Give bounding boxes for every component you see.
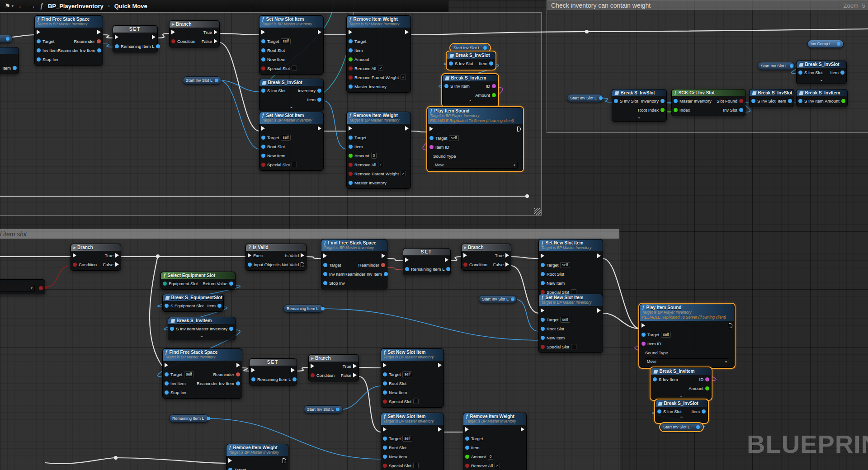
pin-item[interactable]: Item [778,99,792,103]
pin-item[interactable]: Item [830,70,844,75]
pin-checkbox[interactable] [571,344,576,349]
pin-target[interactable]: Targetself [383,371,412,377]
pin-reaminder[interactable]: Reaminder [74,39,101,44]
pin-exec[interactable] [383,427,388,432]
pin-slot-found[interactable]: Slot Found [717,99,743,103]
pin-inv-slot[interactable]: Inv Slot [723,108,743,113]
pin-stop-inv[interactable]: Stop Inv [323,281,345,286]
pin-condition[interactable]: Condition [73,262,97,267]
pin-exec[interactable] [405,258,410,262]
node-play-item-sound[interactable]: ƒPlay Item SoundTarget is BP Player Inve… [427,107,523,171]
pin-false[interactable]: False [202,39,217,44]
data-pin-icon[interactable] [321,307,325,310]
pin-value-field[interactable]: self [402,436,412,442]
node-find-free-stack-space[interactable]: ƒFind Free Stack SpaceTarget is BP Maste… [162,348,242,399]
pin-value-field[interactable]: self [661,332,670,338]
pin-exec[interactable] [403,126,409,131]
pin-false[interactable]: False [341,373,357,378]
node-set-new-slot-item[interactable]: ƒSet New Slot ItemTarget is BP Master In… [381,413,444,470]
pin-inv-item[interactable]: Inv Item [165,381,186,386]
pin-exec[interactable] [323,254,329,258]
pin-checkbox[interactable]: ✓ [495,463,500,468]
reroute-node[interactable] [585,30,589,33]
node-break-s-invitem[interactable]: ▦Break S_InvItemS Inv ItemMaster Invento… [168,317,236,340]
pin-sound-type[interactable]: Sound Type [429,154,456,159]
pin-exec[interactable] [383,363,388,367]
pin-target[interactable]: Target [228,467,246,470]
pin-stop-inv[interactable]: Stop Inv [37,57,58,62]
pin-inventory[interactable]: Inventory [298,88,321,93]
pin-exec[interactable] [463,253,469,258]
node-break-s-invslot[interactable]: ▦Break S_InvSlotS Inv SlotItem [749,89,794,107]
pin-exec[interactable] [541,308,546,313]
pin-special-slot[interactable]: Special Slot [383,399,419,404]
pin-value-field[interactable]: 0 [488,454,494,460]
pin-target[interactable]: Targetself [165,371,194,377]
pin-checkbox[interactable]: ✓ [378,162,383,167]
node-break-s-invslot[interactable]: ▦Break S_InvSlotS Inv SlotInventoryRoot … [612,89,667,122]
pin-true[interactable]: True [105,253,119,258]
pin-obj[interactable] [154,44,160,48]
pin-true[interactable]: True [495,253,509,258]
pin-master-inventory[interactable]: Master Inventory [349,84,387,89]
var-pill-start-inv-slot-l[interactable]: Start Inv Slot L [567,94,603,102]
data-pin-icon[interactable] [599,96,603,100]
node-set-new-slot-item[interactable]: ƒSet New Slot ItemTarget is BP Master In… [538,294,603,353]
node-branch[interactable]: ▸BranchTrueConditionFalse [461,244,511,271]
pin-reaminder[interactable]: Reaminder [359,263,385,268]
pin-exec[interactable]: Exec [248,253,263,258]
pin-checkbox[interactable]: ✓ [378,66,383,71]
pin-obj[interactable] [291,377,297,381]
pin-execd[interactable] [281,458,286,463]
pin-s-inv-slot[interactable]: S Inv Slot [657,409,682,414]
pin-s-equipment-slot[interactable]: S Equipment Slot [165,303,203,308]
pin-remove-parent-weight[interactable]: Remove Parent Weight✓ [349,171,406,176]
pin-item[interactable]: Item [3,66,17,70]
pin-item[interactable]: Item [307,97,321,102]
pin-item[interactable]: Item [479,61,493,66]
pin-remove-all[interactable]: Remove All✓ [349,162,383,167]
pin-exec[interactable] [349,30,354,34]
var-pill-start-inv-slot-l[interactable]: Start Inv Slot L [304,405,343,414]
back-button[interactable]: ← [18,3,24,9]
pin-target[interactable]: Target [37,39,54,44]
data-pin-icon[interactable] [511,297,514,301]
bookmark-icon[interactable]: ⚑ [5,3,10,9]
pin-false[interactable]: False [103,262,119,267]
var-pill-start-inv-slot-l[interactable]: Start Inv Slot L [183,76,222,85]
pin-index[interactable]: Index [674,108,690,113]
pin-item[interactable]: Item [692,409,706,414]
pin-input-object[interactable]: Input Object [248,262,277,267]
pin-sound-type[interactable]: Sound Type [642,350,668,355]
pin-exec[interactable] [115,35,120,39]
dropdown[interactable]: ▾ [0,285,35,291]
pin-reaminder-inv-item[interactable]: Reaminder Inv Item [197,381,240,386]
node-set-new-slot-item[interactable]: ƒSet New Slot ItemTarget is BP Master In… [259,15,324,75]
pin-checkbox[interactable] [413,399,419,404]
pin-remaining-item-l[interactable]: Remaining Item L [405,267,444,272]
pin-exec[interactable] [541,254,546,258]
pin-execd[interactable] [727,323,732,328]
pin-exec[interactable] [95,30,101,34]
forward-button[interactable]: → [29,3,35,9]
pin-master-inventory[interactable]: Master Inventory [195,326,233,331]
pin-exec[interactable] [642,323,647,328]
pin-exec[interactable] [316,30,321,34]
pin-item-id[interactable]: Item ID [642,341,661,346]
pin-target[interactable]: Target [465,436,483,441]
var-pill-start-inv-slot-l[interactable]: Start Inv Slot L [758,62,795,70]
data-pin-icon[interactable] [6,37,9,41]
pin-root-slot[interactable]: Root Slot [541,326,564,331]
bookmark-caret-icon[interactable]: ▾ [12,3,14,9]
pin-s-inv-slot[interactable]: S Inv Slot [798,70,823,75]
node-select-equipment-slot[interactable]: ƒSelect Equipment SlotEquipment SlotRetu… [160,272,236,290]
pin-s-inv-item[interactable]: S Inv Item [653,377,678,382]
pin-new-item[interactable]: New Item [541,335,565,340]
pin-exec[interactable] [595,254,601,258]
pin-exec[interactable] [403,30,409,34]
pin-remaining-item-l[interactable]: Remaining Item L [251,377,291,382]
node-break-s-invitem[interactable]: ▦Break S_InvItemS Inv ItemIDAmount⌄ [651,367,712,400]
pin-reaminder-inv-item[interactable]: Reaminder Inv Item [58,48,101,53]
pin-reaminder-inv-item[interactable]: Reaminder Inv Item [344,272,388,277]
node-break-s-invslot[interactable]: ▦Break S_InvSlotS Inv SlotItem [447,52,495,70]
